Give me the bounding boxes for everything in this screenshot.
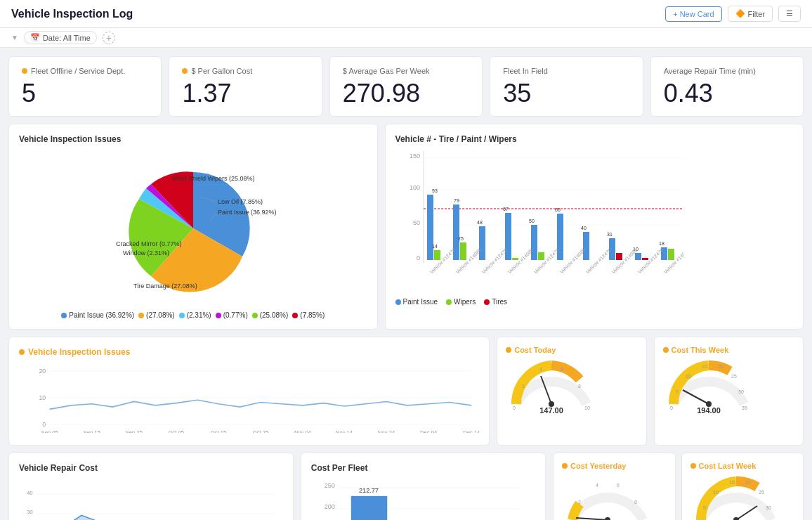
cost-this-week-card: Cost This Week 194.00 0 5 10 15 20 25 <box>654 337 804 446</box>
kpi-value-fleet-offline: 5 <box>22 81 148 106</box>
svg-rect-25 <box>479 226 485 260</box>
svg-text:Sep 15: Sep 15 <box>84 429 100 433</box>
svg-text:10: 10 <box>686 374 691 379</box>
header: Vehicle Inspection Log + New Card 🔶 Filt… <box>0 0 812 28</box>
header-actions: + New Card 🔶 Filter ☰ <box>665 6 801 22</box>
svg-text:212.77: 212.77 <box>359 487 379 494</box>
svg-point-139 <box>733 517 739 520</box>
kpi-value-repair-time: 0.43 <box>664 81 790 106</box>
inspection-issues-pie-card: Vehicle Inspection Issues <box>8 124 378 330</box>
svg-rect-22 <box>460 242 466 260</box>
svg-text:30: 30 <box>766 505 771 510</box>
cost-yesterday-title: Cost Yesterday <box>562 462 666 470</box>
right-column: Cost Yesterday 0 0 2 4 6 8 10 <box>553 453 804 520</box>
svg-text:20: 20 <box>745 480 751 485</box>
svg-rect-30 <box>531 225 537 260</box>
new-card-button[interactable]: + New Card <box>665 6 721 22</box>
kpi-dot-orange <box>22 68 27 74</box>
svg-text:30: 30 <box>27 509 33 515</box>
svg-text:6: 6 <box>617 483 620 488</box>
vehicle-bar-chart-card: Vehicle # - Tire / Paint / Wipers 150 10… <box>385 124 804 330</box>
bar-chart: 150 100 50 0 93 14 <box>402 151 683 292</box>
svg-text:Dec 04: Dec 04 <box>420 429 438 433</box>
pie-chart: Low Oil (7.85%) Paint Issue (36.92%) Win… <box>81 158 306 299</box>
cost-today-card: Cost Today 147.00 0 2 4 <box>497 337 646 446</box>
svg-text:Sep 25: Sep 25 <box>126 429 143 433</box>
svg-text:Cracked Mirror (0.77%): Cracked Mirror (0.77%) <box>116 240 182 247</box>
dashboard: Fleet Offline / Service Dept. 5 $ Per Ga… <box>0 48 812 520</box>
svg-text:147.00: 147.00 <box>539 406 563 415</box>
svg-text:5: 5 <box>676 389 679 394</box>
svg-text:25: 25 <box>759 490 764 495</box>
row-3: Vehicle Inspection Issues 20 10 0 Sep 05… <box>8 337 804 446</box>
kpi-value-fleet-field: 35 <box>503 81 629 106</box>
kpi-value-per-gallon: 1.37 <box>182 81 308 106</box>
svg-text:4: 4 <box>539 367 542 372</box>
repair-cost-title: Vehicle Repair Cost <box>19 463 283 473</box>
svg-text:4: 4 <box>596 483 598 488</box>
cost-today-gauge: 147.00 0 2 4 6 8 10 <box>506 358 597 415</box>
cost-this-week-title: Cost This Week <box>663 346 794 354</box>
svg-text:Sep 05: Sep 05 <box>41 429 58 433</box>
svg-text:Oct 05: Oct 05 <box>169 429 184 433</box>
svg-text:2: 2 <box>578 500 581 505</box>
svg-text:25: 25 <box>458 236 464 241</box>
cost-per-fleet-title: Cost Per Fleet <box>311 463 535 473</box>
svg-text:8: 8 <box>578 384 581 389</box>
svg-text:0: 0 <box>42 421 46 428</box>
cost-last-week-title: Cost Last Week <box>690 462 794 470</box>
cost-yesterday-gauge: 0 0 2 4 6 8 10 <box>562 474 653 520</box>
vehicle-issues-line-title: Vehicle Inspection Issues <box>19 347 479 357</box>
svg-text:48: 48 <box>477 220 483 225</box>
svg-text:Window (2.31%): Window (2.31%) <box>123 249 169 256</box>
svg-text:200: 200 <box>324 503 334 510</box>
svg-text:25: 25 <box>731 374 737 379</box>
svg-text:31: 31 <box>607 232 613 237</box>
svg-text:Tire Damage (27.08%): Tire Damage (27.08%) <box>133 282 197 290</box>
svg-text:30: 30 <box>738 389 744 394</box>
svg-text:93: 93 <box>432 188 438 193</box>
svg-rect-44 <box>668 249 674 260</box>
filter-button[interactable]: 🔶 Filter <box>728 6 773 22</box>
svg-text:Nov 04: Nov 04 <box>294 429 312 433</box>
cost-last-week-gauge: 935.00 0 5 10 15 20 25 30 35 <box>690 474 782 520</box>
svg-text:0: 0 <box>513 405 516 410</box>
kpi-value-avg-gas: 270.98 <box>343 81 469 106</box>
calendar-icon: 📅 <box>30 33 40 42</box>
svg-text:0: 0 <box>417 254 420 261</box>
repair-cost-card: Vehicle Repair Cost 40 30 20 10 0 -10 <box>8 453 294 520</box>
toolbar-filter-icon: ▼ <box>11 34 18 41</box>
svg-rect-35 <box>583 232 589 260</box>
svg-text:Wind Shield Wipers (25.08%): Wind Shield Wipers (25.08%) <box>172 175 255 182</box>
svg-text:100: 100 <box>410 184 420 191</box>
cost-yesterday-week-pair: Cost Yesterday 0 0 2 4 6 8 10 <box>553 453 804 520</box>
kpi-row: Fleet Offline / Service Dept. 5 $ Per Ga… <box>8 56 804 117</box>
svg-text:15: 15 <box>702 364 707 369</box>
svg-text:6: 6 <box>561 367 563 372</box>
svg-text:66: 66 <box>555 207 561 212</box>
svg-text:Dec 14: Dec 14 <box>463 429 479 433</box>
svg-text:10: 10 <box>584 405 590 410</box>
kpi-fleet-offline: Fleet Offline / Service Dept. 5 <box>8 56 162 117</box>
svg-text:20: 20 <box>718 364 723 369</box>
svg-text:Oct 15: Oct 15 <box>211 429 226 433</box>
cost-per-fleet-chart: 250 200 150 100 50 0 212.77 41.51 <box>311 480 535 520</box>
svg-rect-38 <box>616 253 622 260</box>
svg-point-130 <box>605 517 610 520</box>
filter-icon: 🔶 <box>735 9 745 18</box>
cost-per-fleet-card: Cost Per Fleet 250 200 150 100 50 0 212.… <box>301 453 546 520</box>
menu-button[interactable]: ☰ <box>778 6 801 22</box>
add-filter-button[interactable]: + <box>103 32 115 44</box>
svg-text:79: 79 <box>454 198 459 203</box>
svg-text:Paint Issue (36.92%): Paint Issue (36.92%) <box>218 209 277 216</box>
svg-text:Low Oil (7.85%): Low Oil (7.85%) <box>218 198 263 205</box>
svg-text:40: 40 <box>27 490 33 496</box>
cost-today-title: Cost Today <box>506 346 637 354</box>
line-chart-svg: 20 10 0 Sep 05 Sep 15 Sep 25 Oct 05 Oct … <box>19 363 479 433</box>
date-filter[interactable]: 📅 Date: All Time <box>24 31 97 44</box>
vehicle-bar-title: Vehicle # - Tire / Paint / Wipers <box>395 134 793 144</box>
svg-text:8: 8 <box>634 500 637 505</box>
svg-text:Vehicle #12476: Vehicle #12476 <box>636 247 664 275</box>
svg-text:2: 2 <box>522 384 525 389</box>
svg-rect-31 <box>538 252 544 260</box>
